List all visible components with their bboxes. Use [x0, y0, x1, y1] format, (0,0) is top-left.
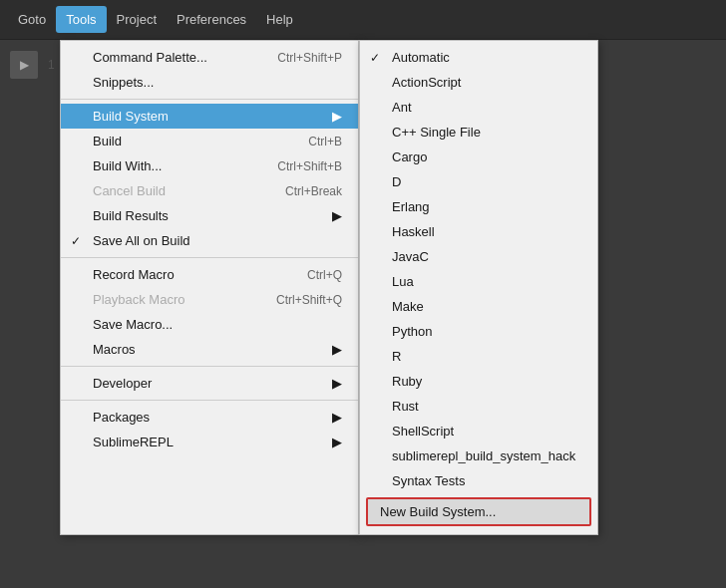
item-label: Ruby — [392, 374, 422, 389]
menu-item-build-with[interactable]: Build With... Ctrl+Shift+B — [61, 153, 358, 178]
item-label: D — [392, 174, 401, 189]
menubar: Goto Tools Project Preferences Help — [0, 0, 726, 40]
menu-item-developer[interactable]: Developer ▶ — [61, 371, 358, 396]
menu-item-build[interactable]: Build Ctrl+B — [61, 129, 358, 153]
item-label: Rust — [392, 399, 419, 414]
item-label: SublimeREPL — [93, 435, 174, 449]
item-label: Python — [392, 324, 432, 339]
item-label: Make — [392, 299, 424, 314]
item-label: Record Macro — [93, 267, 175, 282]
submenu-arrow-icon: ▶ — [322, 208, 342, 223]
build-item-ruby[interactable]: Ruby — [360, 369, 597, 394]
menu-item-command-palette[interactable]: Command Palette... Ctrl+Shift+P — [61, 45, 358, 70]
item-label: Build With... — [93, 158, 162, 173]
item-label: Packages — [93, 410, 150, 425]
item-label: Macros — [93, 342, 136, 357]
menu-goto[interactable]: Goto — [8, 6, 56, 33]
item-label: R — [392, 349, 401, 364]
build-item-sublimerepl-hack[interactable]: sublimerepl_build_system_hack — [360, 443, 597, 468]
item-label: Ant — [392, 100, 412, 115]
item-label: Build — [93, 134, 122, 148]
menu-tools[interactable]: Tools — [56, 6, 106, 33]
build-item-javac[interactable]: JavaC — [360, 244, 597, 269]
item-label: Save Macro... — [93, 317, 173, 332]
menu-item-cancel-build: Cancel Build Ctrl+Break — [61, 178, 358, 203]
menu-preferences[interactable]: Preferences — [167, 6, 256, 33]
item-label: Snippets... — [93, 75, 154, 90]
item-label: ActionScript — [392, 75, 461, 90]
build-item-lua[interactable]: Lua — [360, 269, 597, 294]
item-label: Lua — [392, 274, 414, 289]
build-item-cargo[interactable]: Cargo — [360, 145, 597, 169]
item-label: Haskell — [392, 224, 435, 239]
menu-item-save-macro[interactable]: Save Macro... — [61, 312, 358, 337]
build-item-shellscript[interactable]: ShellScript — [360, 419, 597, 443]
submenu-arrow-icon: ▶ — [322, 376, 342, 391]
build-item-new-build-system[interactable]: New Build System... — [366, 497, 591, 526]
item-label: Syntax Tests — [392, 473, 465, 488]
build-item-automatic[interactable]: ✓ Automatic — [360, 45, 597, 70]
build-item-ant[interactable]: Ant — [360, 95, 597, 120]
item-label: Cancel Build — [93, 183, 166, 198]
build-item-cpp-single-file[interactable]: C++ Single File — [360, 120, 597, 145]
build-item-r[interactable]: R — [360, 344, 597, 369]
dropdown-container: Command Palette... Ctrl+Shift+P Snippets… — [60, 40, 598, 535]
checkmark-icon: ✓ — [71, 234, 81, 248]
menu-item-save-all-on-build[interactable]: ✓ Save All on Build — [61, 228, 358, 253]
item-label: Build System — [93, 109, 169, 124]
submenu-arrow-icon: ▶ — [322, 342, 342, 357]
submenu-arrow-icon: ▶ — [322, 410, 342, 425]
build-item-python[interactable]: Python — [360, 319, 597, 344]
item-label: Save All on Build — [93, 233, 190, 248]
menu-item-build-system[interactable]: Build System ▶ — [61, 104, 358, 129]
item-label: ShellScript — [392, 424, 454, 439]
submenu-arrow-icon: ▶ — [322, 435, 342, 449]
menu-item-playback-macro: Playback Macro Ctrl+Shift+Q — [61, 287, 358, 312]
item-label: Playback Macro — [93, 292, 184, 307]
build-item-d[interactable]: D — [360, 169, 597, 194]
build-item-actionscript[interactable]: ActionScript — [360, 70, 597, 95]
menu-item-macros[interactable]: Macros ▶ — [61, 337, 358, 362]
build-item-make[interactable]: Make — [360, 294, 597, 319]
build-system-menu: ✓ Automatic ActionScript Ant C++ Single … — [359, 40, 598, 535]
menu-item-snippets[interactable]: Snippets... — [61, 70, 358, 95]
play-button[interactable]: ▶ — [10, 51, 38, 79]
menu-help[interactable]: Help — [256, 6, 303, 33]
separator-2 — [61, 257, 358, 258]
item-label: Erlang — [392, 199, 430, 214]
menu-item-sublimerepl[interactable]: SublimeREPL ▶ — [61, 430, 358, 454]
item-shortcut: Ctrl+Shift+P — [247, 51, 342, 65]
item-label: New Build System... — [380, 504, 496, 519]
item-label: Build Results — [93, 208, 169, 223]
checkmark-icon: ✓ — [370, 51, 380, 65]
item-label: Command Palette... — [93, 50, 207, 65]
item-label: Automatic — [392, 50, 450, 65]
build-item-rust[interactable]: Rust — [360, 394, 597, 419]
item-label: Developer — [93, 376, 152, 391]
separator-1 — [61, 99, 358, 100]
item-label: C++ Single File — [392, 125, 481, 140]
menu-item-packages[interactable]: Packages ▶ — [61, 405, 358, 430]
item-shortcut: Ctrl+Q — [277, 268, 342, 282]
item-label: JavaC — [392, 249, 429, 264]
separator-3 — [61, 366, 358, 367]
item-label: sublimerepl_build_system_hack — [392, 448, 575, 463]
line-number: 1 — [48, 58, 55, 72]
menu-item-record-macro[interactable]: Record Macro Ctrl+Q — [61, 262, 358, 287]
menu-project[interactable]: Project — [107, 6, 167, 33]
item-label: Cargo — [392, 149, 427, 164]
item-shortcut: Ctrl+Break — [255, 184, 342, 198]
item-shortcut: Ctrl+Shift+B — [247, 159, 342, 173]
submenu-arrow-icon: ▶ — [322, 109, 342, 124]
item-shortcut: Ctrl+Shift+Q — [246, 293, 342, 307]
build-item-haskell[interactable]: Haskell — [360, 219, 597, 244]
build-item-syntax-tests[interactable]: Syntax Tests — [360, 468, 597, 493]
tools-menu: Command Palette... Ctrl+Shift+P Snippets… — [60, 40, 359, 535]
build-item-erlang[interactable]: Erlang — [360, 194, 597, 219]
menu-item-build-results[interactable]: Build Results ▶ — [61, 203, 358, 228]
separator-4 — [61, 400, 358, 401]
item-shortcut: Ctrl+B — [278, 135, 342, 148]
play-icon: ▶ — [20, 58, 29, 72]
